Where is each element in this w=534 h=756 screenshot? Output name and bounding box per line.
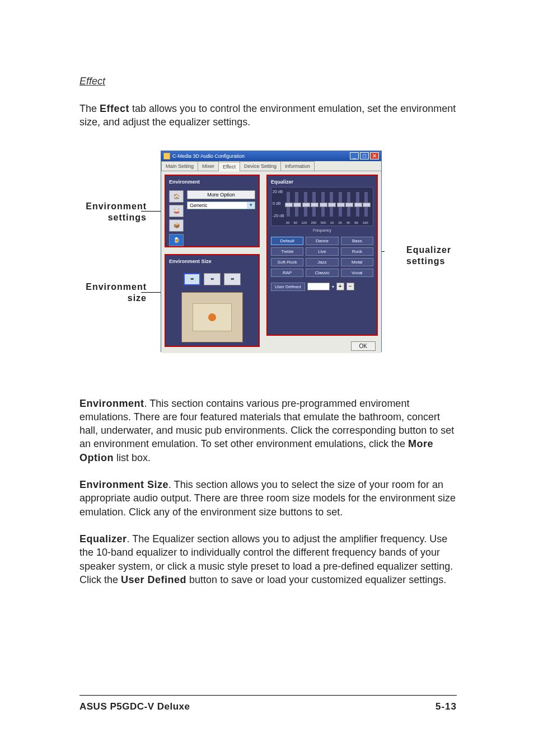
callout-eq-settings: Equalizersettings <box>406 245 462 267</box>
chevron-down-icon: ▾ <box>247 202 255 209</box>
eq-band-slider[interactable] <box>304 192 307 217</box>
env-preset-bathroom[interactable]: 🏠 <box>169 190 184 203</box>
env-size-label: Environment Size <box>169 259 255 264</box>
tab-device-setting[interactable]: Device Setting <box>240 161 281 171</box>
maximize-button[interactable]: □ <box>360 152 369 159</box>
env-size-small[interactable]: ⬌ <box>184 273 200 285</box>
more-option-button[interactable]: More Option <box>187 190 255 199</box>
chevron-down-icon: ▾ <box>332 284 334 289</box>
eq-band-label: 16K <box>363 221 369 224</box>
eq-band-slider[interactable] <box>347 192 350 217</box>
preset-soft-rock[interactable]: Soft-Rock <box>271 258 303 266</box>
env-preset-underwater[interactable]: 📦 <box>169 219 184 232</box>
preset-grid: Default Dance Bass Treble Live Rock Soft… <box>271 237 373 277</box>
preset-default[interactable]: Default <box>271 237 303 245</box>
room-preview <box>181 292 243 342</box>
eq-band-slider[interactable] <box>287 192 290 217</box>
equalizer-label: Equalizer <box>271 179 373 185</box>
paragraph-env-size: Environment Size. This section allows yo… <box>79 478 457 519</box>
ok-button[interactable]: OK <box>351 341 376 351</box>
tab-main-setting[interactable]: Main Setting <box>161 161 198 171</box>
eq-band-label: 4K <box>346 221 350 224</box>
eq-band-slider[interactable] <box>330 192 333 217</box>
equalizer-panel: Equalizer 20 dB 0 dB -20 dB <box>266 175 378 336</box>
titlebar: C-Media 3D Audio Configuration _ □ ✕ <box>161 151 381 161</box>
eq-y-20db: 20 dB <box>273 190 284 194</box>
intro-prefix: The <box>79 103 100 114</box>
eq-band-slider[interactable] <box>295 192 298 217</box>
preset-metal[interactable]: Metal <box>341 258 373 266</box>
eq-band-label: 8K <box>354 221 358 224</box>
tab-information[interactable]: Information <box>280 161 315 171</box>
para-env-bold: Environment <box>79 398 144 409</box>
close-button[interactable]: ✕ <box>370 152 379 159</box>
preset-treble[interactable]: Treble <box>271 247 303 256</box>
para-eq-bold2: User Defined <box>121 574 186 585</box>
eq-band-label: 2K <box>338 221 342 224</box>
preset-dance[interactable]: Dance <box>306 237 338 245</box>
eq-xaxis-label: Frequency <box>271 228 373 232</box>
eq-band-slider[interactable] <box>321 192 325 217</box>
environment-dropdown[interactable]: Generic ▾ <box>187 201 255 209</box>
env-preset-pub[interactable]: 🍺 <box>169 234 184 246</box>
callout-env-settings: Environmentsettings <box>79 201 147 223</box>
paragraph-equalizer: Equalizer. The Equalizer section allows … <box>79 532 457 586</box>
para-eq-text2: button to save or load your customized e… <box>186 574 446 585</box>
page-footer: ASUS P5GDC-V Deluxe 5-13 <box>79 695 457 712</box>
chair-icon <box>208 313 216 321</box>
user-defined-select[interactable] <box>307 283 330 290</box>
eq-band-slider[interactable] <box>312 192 316 217</box>
add-preset-button[interactable]: + <box>336 283 344 290</box>
preset-rap[interactable]: RAP <box>271 269 303 277</box>
tab-effect[interactable]: Effect <box>218 162 240 171</box>
preset-jazz[interactable]: Jazz <box>306 258 338 266</box>
app-window: C-Media 3D Audio Configuration _ □ ✕ Mai… <box>161 151 382 352</box>
eq-band-label: 250 <box>311 221 316 224</box>
callout-env-size: Environmentsize <box>79 281 147 304</box>
eq-band-slider[interactable] <box>339 192 342 217</box>
minimize-button[interactable]: _ <box>350 152 359 159</box>
environment-size-panel: Environment Size ⬌ ⬌ ⬌ <box>165 254 260 347</box>
eq-band-label: 1K <box>330 221 334 224</box>
remove-preset-button[interactable]: − <box>346 283 354 290</box>
preset-bass[interactable]: Bass <box>341 237 373 245</box>
eq-band-slider[interactable] <box>364 192 368 217</box>
environment-panel: Environment 🏠 🥁 📦 🍺 More Option <box>165 175 260 247</box>
tab-mixer[interactable]: Mixer <box>198 161 219 171</box>
section-heading: Effect <box>79 76 457 87</box>
para-env-text2: list box. <box>114 452 151 463</box>
leader-line <box>141 211 163 212</box>
eq-band-label: 60 <box>293 221 297 224</box>
eq-band-slider[interactable] <box>356 192 359 217</box>
eq-y-0db: 0 dB <box>273 201 284 205</box>
preset-classic[interactable]: Classic <box>306 269 338 277</box>
footer-page-number: 5-13 <box>435 701 457 712</box>
eq-y-n20db: -20 dB <box>273 214 284 218</box>
equalizer-graph[interactable]: 20 dB 0 dB -20 dB <box>271 187 373 226</box>
preset-live[interactable]: Live <box>306 247 338 256</box>
preset-rock[interactable]: Rock <box>341 247 373 256</box>
window-title: C-Media 3D Audio Configuration <box>172 153 245 159</box>
app-icon <box>163 153 170 159</box>
env-size-large[interactable]: ⬌ <box>224 273 241 285</box>
intro-bold: Effect <box>100 103 129 114</box>
intro-paragraph: The Effect tab allows you to control the… <box>79 102 457 129</box>
leader-line <box>141 292 163 293</box>
eq-band-label: 30 <box>286 221 290 224</box>
intro-suffix: tab allows you to control the environmen… <box>79 103 456 128</box>
preset-vocal[interactable]: Vocal <box>341 269 373 277</box>
para-eq-bold: Equalizer <box>79 533 127 544</box>
footer-product: ASUS P5GDC-V Deluxe <box>79 701 190 712</box>
para-envsize-bold: Environment Size <box>79 479 168 490</box>
environment-label: Environment <box>169 179 255 185</box>
diagram: Environmentsettings Environmentsize Equa… <box>79 151 457 363</box>
env-size-medium[interactable]: ⬌ <box>204 273 221 285</box>
dropdown-value: Generic <box>188 202 247 209</box>
eq-band-label: 500 <box>321 221 326 224</box>
user-defined-button[interactable]: User Defined <box>271 283 305 291</box>
paragraph-environment: Environment. This section contains vario… <box>79 397 457 464</box>
eq-band-label: 120 <box>301 221 307 224</box>
tab-strip: Main Setting Mixer Effect Device Setting… <box>161 161 381 171</box>
env-preset-concert[interactable]: 🥁 <box>169 205 184 217</box>
